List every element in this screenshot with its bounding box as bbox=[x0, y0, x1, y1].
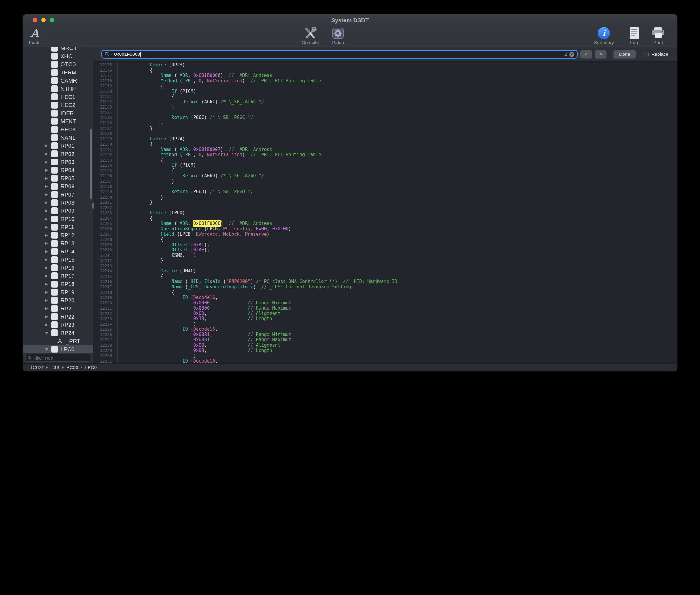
disclosure-triangle-icon[interactable] bbox=[45, 250, 51, 253]
sidebar-item-rp01[interactable]: RP01 bbox=[23, 142, 93, 150]
clear-search-button[interactable]: ✕ bbox=[569, 52, 574, 57]
breadcrumb-item[interactable]: DSDT bbox=[31, 365, 44, 370]
disclosure-triangle-icon[interactable] bbox=[45, 218, 51, 221]
disclosure-triangle-icon[interactable] bbox=[45, 209, 51, 213]
filter-tree-field[interactable]: Filter Tree bbox=[25, 354, 90, 362]
disclosure-triangle-icon[interactable] bbox=[45, 226, 51, 229]
disclosure-triangle-icon[interactable] bbox=[45, 291, 51, 294]
breadcrumb-item[interactable]: _SB bbox=[51, 365, 59, 370]
code-line: 12199 Return (PG6D) /* \_SB_.PG6D */ bbox=[93, 189, 677, 195]
sidebar-item-rp23[interactable]: RP23 bbox=[23, 321, 93, 329]
breadcrumb-item[interactable]: LPC0 bbox=[85, 365, 97, 370]
disclosure-triangle-icon[interactable] bbox=[45, 193, 51, 196]
find-next-button[interactable]: > bbox=[595, 50, 607, 59]
log-button[interactable]: Log bbox=[628, 26, 640, 47]
sidebar-item-term[interactable]: TERM bbox=[23, 68, 93, 77]
line-number: 12210 bbox=[93, 248, 115, 253]
disclosure-triangle-icon[interactable] bbox=[45, 283, 51, 286]
sidebar-item-hec2[interactable]: HEC2 bbox=[23, 101, 93, 109]
pane-divider-thumb[interactable] bbox=[92, 203, 94, 208]
code-line: 12214 Device (DMAC) bbox=[93, 268, 677, 274]
sidebar-item-rp15[interactable]: RP15 bbox=[23, 256, 93, 264]
disclosure-triangle-icon[interactable] bbox=[45, 323, 51, 327]
code-line: 12223 0x10, // Length bbox=[93, 316, 677, 321]
sidebar-item-otg0[interactable]: OTG0 bbox=[23, 60, 93, 68]
breadcrumb-item[interactable]: PC00 bbox=[67, 365, 78, 370]
sidebar-item-rp11[interactable]: RP11 bbox=[23, 223, 93, 231]
disclosure-triangle-icon[interactable] bbox=[45, 307, 51, 310]
sidebar-item-hec3[interactable]: HEC3 bbox=[23, 125, 93, 134]
sidebar-item-nan1[interactable]: NAN1 bbox=[23, 134, 93, 142]
disclosure-triangle-icon[interactable] bbox=[45, 299, 51, 302]
sidebar-item-rp14[interactable]: RP14 bbox=[23, 248, 93, 256]
sidebar-item-rp03[interactable]: RP03 bbox=[23, 158, 93, 166]
sidebar-item-rp10[interactable]: RP10 bbox=[23, 215, 93, 223]
sidebar-item-prt[interactable]: _PRT bbox=[23, 337, 93, 345]
sidebar-item-rp02[interactable]: RP02 bbox=[23, 150, 93, 158]
fonts-button[interactable]: A Fonts bbox=[29, 26, 41, 47]
sidebar-item-rp16[interactable]: RP16 bbox=[23, 264, 93, 272]
disclosure-triangle-icon[interactable] bbox=[45, 266, 51, 270]
sidebar-item-mrot[interactable]: MROT bbox=[23, 47, 93, 52]
patch-button[interactable]: Patch bbox=[331, 26, 345, 47]
disclosure-triangle-icon[interactable] bbox=[45, 177, 51, 180]
line-number: 12182 bbox=[93, 100, 115, 105]
disclosure-triangle-icon[interactable] bbox=[45, 275, 51, 278]
disclosure-triangle-icon[interactable] bbox=[45, 185, 51, 188]
disclosure-triangle-icon[interactable] bbox=[45, 169, 51, 172]
disclosure-triangle-icon[interactable] bbox=[45, 234, 51, 237]
disclosure-triangle-icon[interactable] bbox=[45, 331, 51, 335]
sidebar-item-rp09[interactable]: RP09 bbox=[23, 207, 93, 215]
sidebar-item-nthp[interactable]: NTHP bbox=[23, 85, 93, 93]
sidebar-item-rp04[interactable]: RP04 bbox=[23, 166, 93, 174]
sidebar-scrollbar[interactable] bbox=[90, 129, 92, 199]
summary-button[interactable]: i Summary bbox=[594, 26, 614, 47]
code-line: 12204 { bbox=[93, 216, 677, 221]
sidebar-item-hec1[interactable]: HEC1 bbox=[23, 93, 93, 101]
sidebar-item-rp19[interactable]: RP19 bbox=[23, 288, 93, 296]
print-button[interactable]: Print bbox=[651, 26, 665, 47]
code-line: 12189 Device (RP24) bbox=[93, 137, 677, 142]
sidebar-item-rp05[interactable]: RP05 bbox=[23, 174, 93, 182]
sidebar-item-lpc0[interactable]: LPC0 bbox=[23, 345, 93, 353]
code-editor[interactable]: 12175 Device (RP23)12176 {12177 Name (_A… bbox=[93, 62, 677, 363]
status-bar: DSDT_SBPC00LPC0 bbox=[23, 363, 677, 371]
line-number: 12185 bbox=[93, 115, 115, 120]
sidebar-item-label: MROT bbox=[61, 47, 77, 52]
sidebar-item-rp17[interactable]: RP17 bbox=[23, 272, 93, 280]
disclosure-triangle-icon[interactable] bbox=[45, 242, 51, 245]
find-previous-button[interactable]: < bbox=[580, 50, 592, 59]
search-options-arrow-icon[interactable] bbox=[110, 54, 112, 55]
sidebar-item-label: RP18 bbox=[61, 281, 74, 288]
sidebar-item-rp20[interactable]: RP20 bbox=[23, 296, 93, 305]
replace-checkbox[interactable] bbox=[643, 52, 649, 57]
disclosure-triangle-icon[interactable] bbox=[45, 161, 51, 164]
disclosure-triangle-icon[interactable] bbox=[45, 144, 51, 147]
sidebar-item-rp22[interactable]: RP22 bbox=[23, 313, 93, 321]
sidebar-item-rp07[interactable]: RP07 bbox=[23, 191, 93, 199]
line-number: 12178 bbox=[93, 78, 115, 84]
sidebar-item-label: HEC3 bbox=[61, 126, 75, 133]
sidebar-item-mekt[interactable]: MEKT bbox=[23, 117, 93, 125]
disclosure-triangle-icon[interactable] bbox=[45, 258, 51, 261]
line-number: 12230 bbox=[93, 353, 115, 359]
search-field[interactable]: 0x001F0000 2 ✕ bbox=[101, 50, 578, 59]
compile-button[interactable]: Compile bbox=[302, 26, 319, 47]
sidebar-item-rp06[interactable]: RP06 bbox=[23, 182, 93, 191]
sidebar-item-rp18[interactable]: RP18 bbox=[23, 280, 93, 288]
done-button[interactable]: Done bbox=[613, 50, 636, 59]
sidebar-item-rp13[interactable]: RP13 bbox=[23, 239, 93, 248]
line-number: 12177 bbox=[93, 73, 115, 78]
sidebar-item-ider[interactable]: IDER bbox=[23, 109, 93, 117]
sidebar-item-rp12[interactable]: RP12 bbox=[23, 231, 93, 239]
sidebar-item-label: RP07 bbox=[61, 191, 74, 198]
disclosure-triangle-icon[interactable] bbox=[45, 347, 51, 351]
sidebar-item-rp24[interactable]: RP24 bbox=[23, 329, 93, 337]
disclosure-triangle-icon[interactable] bbox=[45, 201, 51, 204]
sidebar-item-camr[interactable]: CAMR bbox=[23, 77, 93, 85]
sidebar-item-rp21[interactable]: RP21 bbox=[23, 305, 93, 313]
sidebar-item-xhci[interactable]: XHCI bbox=[23, 52, 93, 60]
disclosure-triangle-icon[interactable] bbox=[45, 152, 51, 155]
disclosure-triangle-icon[interactable] bbox=[45, 315, 51, 318]
sidebar-item-rp08[interactable]: RP08 bbox=[23, 199, 93, 207]
